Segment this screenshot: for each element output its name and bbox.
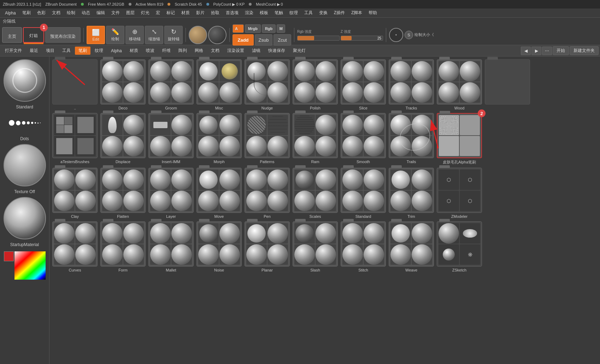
menu-file[interactable]: 文件 [108,9,123,17]
nav-tool[interactable]: 工具 [59,47,74,55]
nav-render-settings[interactable]: 渲染设置 [224,47,248,55]
draw-size-indicator[interactable]: ● [389,28,403,42]
rgb-strength-slider[interactable] [297,36,340,41]
folder-item-slice[interactable]: Slice [341,59,386,110]
menu-draw[interactable]: 绘制 [64,9,78,17]
menu-help[interactable]: 帮助 [366,9,380,17]
nav-array[interactable]: 阵列 [175,47,190,55]
menu-brush[interactable]: 笔刷 [19,9,34,17]
texture-preview[interactable] [4,144,46,186]
menu-template[interactable]: 模板 [257,9,271,17]
folder-item-standard[interactable]: Standard [341,168,386,219]
folder-item-layer[interactable]: Layer [148,168,194,219]
brush-preview[interactable] [4,59,46,102]
nav-spotlight[interactable]: 聚光灯 [289,47,309,55]
folder-item-empty1[interactable]: .. [52,59,98,110]
menu-texture[interactable]: 纹理 [287,9,301,17]
s-indicator[interactable]: S [405,31,413,39]
folder-item-planar[interactable]: Planar [245,221,290,272]
menu-movie[interactable]: 影片 [193,9,207,17]
folder-item-nudge[interactable]: Nudge [245,59,290,110]
folder-item-trails[interactable]: Trails [389,113,434,165]
preview-button[interactable]: 预览布尔渲染 [45,27,81,43]
menu-macro[interactable]: 宏 [153,9,163,17]
nav-mesh[interactable]: 网格 [191,47,207,55]
color-gradient[interactable] [14,251,46,280]
folder-item-curves[interactable]: Curves [52,221,98,272]
nav-texture[interactable]: 纹理 [91,47,107,55]
folder-item-zmodeler[interactable]: ⬡ ⬡ ⬡ ⬡ ZModeler [437,168,482,219]
folder-item-wood[interactable]: Wood [437,59,482,110]
folder-item-form[interactable]: Form [100,221,146,272]
menu-tool[interactable]: 工具 [301,9,316,17]
folder-item-smooth[interactable]: Smooth [341,113,386,165]
folder-item-mallet[interactable]: Mallet [148,221,194,272]
mrgb-button[interactable]: Mrgb [245,24,261,33]
brush-sphere[interactable] [189,26,207,44]
start-button[interactable]: 开始 [553,46,569,55]
menu-zplugin[interactable]: Z插件 [331,9,348,17]
folder-item-move[interactable]: Move [196,168,242,219]
z-strength-slider[interactable]: 25 [341,36,383,41]
nav-dots[interactable]: ⋯ [542,47,552,55]
material-preview[interactable] [4,197,46,239]
folder-item-groom[interactable]: Groom [148,59,194,110]
menu-zscript[interactable]: Z脚本 [348,9,365,17]
rotate-button[interactable]: ↻ 旋转锚 [164,26,183,44]
new-file-button[interactable]: 新建文件夹 [570,46,599,55]
nav-project[interactable]: 项目 [42,47,58,55]
menu-pick[interactable]: 拾取 [208,9,222,17]
menu-render[interactable]: 渲染 [242,9,256,17]
nav-back-arrow[interactable]: ◀ [521,47,531,55]
folder-item-ram[interactable]: Ram [293,113,338,165]
folder-item-atesters[interactable]: aTestersBrushes [52,113,98,165]
menu-document[interactable]: 文档 [49,9,63,17]
a-button[interactable]: A [233,24,244,33]
home-button[interactable]: 主页 [2,27,22,43]
nav-document[interactable]: 文档 [207,47,223,55]
nav-open-file[interactable]: 打开文件 [1,47,25,55]
folder-item-flatten[interactable]: Flatten [100,168,146,219]
folder-item-stitch[interactable]: Stitch [341,221,386,272]
menu-edit[interactable]: 编辑 [94,9,108,17]
nav-forward-arrow[interactable]: ▶ [531,47,541,55]
folder-item-morph[interactable]: Morph [196,113,242,165]
menu-alpha[interactable]: Alpha [2,10,19,16]
nav-brush[interactable]: 笔刷 [75,47,90,55]
folder-item-scales[interactable]: Scales [293,168,338,219]
folder-item-zsketch[interactable]: ❋ ZSketch [437,221,482,272]
nav-filter[interactable]: 滤镜 [248,47,264,55]
scale-button[interactable]: ⤡ 缩放锚 [145,26,163,44]
folder-item-tracks[interactable]: Tracks [389,59,434,110]
menu-layer[interactable]: 图层 [123,9,137,17]
folder-item-weave[interactable]: Weave [389,221,434,272]
folder-item-misc[interactable]: Misc [196,59,242,110]
m-button[interactable]: M [277,24,285,33]
folder-item-noise[interactable]: Noise [196,221,242,272]
rgb-button[interactable]: Rgb [262,24,276,33]
menu-stroke[interactable]: 笔触 [272,9,286,17]
menu-light[interactable]: 灯光 [138,9,152,17]
folder-item-slash[interactable]: Slash [293,221,338,272]
folder-item-clay[interactable]: Clay [52,168,98,219]
edit-button[interactable]: ⬜ Edit [87,26,105,44]
move-button[interactable]: ⊕ 移动锚 [125,26,144,44]
nav-recent[interactable]: 最近 [26,47,42,55]
menu-transform[interactable]: 变换 [316,9,330,17]
nav-spray[interactable]: 喷波 [142,47,158,55]
draw-button[interactable]: ✏️ 绘制 [106,26,124,44]
folder-item-empty2[interactable] [485,59,530,110]
folder-item-displace[interactable]: Displace [100,113,146,165]
folder-item-polish[interactable]: Polish [293,59,338,110]
material-sphere[interactable] [208,26,227,44]
menu-preferences[interactable]: 首选项 [223,9,241,17]
nav-fiber[interactable]: 纤维 [159,47,174,55]
folder-item-pen[interactable]: Pen [245,168,290,219]
menu-material[interactable]: 材质 [178,9,193,17]
menu-marker[interactable]: 标记 [164,9,178,17]
zadd-button[interactable]: Zadd [233,34,254,46]
folder-item-insertimm[interactable]: Insert-IMM [148,113,194,165]
zsub-button[interactable]: Zsub [255,34,272,46]
folder-item-patterns[interactable]: Patterns [245,113,290,165]
folder-item-skin-alpha[interactable]: 皮肤毛孔Alpha笔刷 2 [437,113,482,165]
